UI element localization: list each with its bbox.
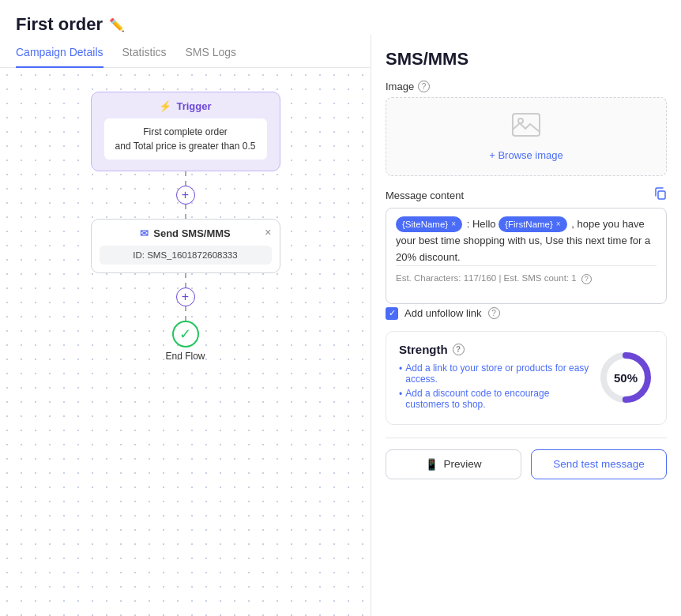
- trigger-header: ⚡ Trigger: [104, 100, 267, 112]
- page-title: First order: [16, 14, 103, 35]
- main-layout: Campaign Details Statistics SMS Logs ⚡ T…: [0, 35, 681, 616]
- connector-2: +: [176, 273, 195, 321]
- sms-envelope-icon: ✉: [140, 227, 149, 239]
- add-step-btn-1[interactable]: +: [176, 186, 195, 205]
- image-placeholder-icon: [511, 112, 541, 143]
- preview-button[interactable]: 📱 Preview: [386, 449, 521, 479]
- sms-block: × ✉ Send SMS/MMS ID: SMS_1601872608333: [91, 219, 280, 273]
- unfollow-help-icon[interactable]: ?: [488, 307, 500, 319]
- svg-rect-0: [513, 114, 540, 136]
- end-flow-circle: ✓: [172, 321, 199, 347]
- image-section-label: Image ?: [386, 81, 667, 92]
- site-name-tag[interactable]: {SiteName} ×: [396, 216, 462, 232]
- first-name-tag[interactable]: {FirstName} ×: [499, 216, 567, 232]
- sms-mms-title: SMS/MMS: [386, 49, 667, 69]
- trigger-block: ⚡ Trigger First complete order and Total…: [91, 92, 280, 171]
- unfollow-label: Add unfollow link: [404, 307, 482, 319]
- strength-help-icon[interactable]: ?: [453, 344, 465, 355]
- svg-rect-2: [658, 191, 665, 199]
- trigger-content: First complete order and Total price is …: [104, 118, 267, 160]
- tab-sms-logs[interactable]: SMS Logs: [186, 38, 237, 68]
- phone-icon: 📱: [425, 458, 438, 471]
- copy-icon[interactable]: [654, 187, 667, 203]
- tab-campaign-details[interactable]: Campaign Details: [16, 38, 103, 68]
- page-header: First order ✏️: [0, 0, 681, 35]
- first-name-tag-remove[interactable]: ×: [556, 218, 561, 231]
- strength-left: Strength ? Add a link to your store or p…: [399, 343, 590, 413]
- tab-statistics[interactable]: Statistics: [122, 38, 167, 68]
- dashed-line-4: [185, 306, 186, 321]
- dashed-line-1: [185, 171, 186, 186]
- end-flow: ✓ End Flow: [165, 321, 205, 362]
- est-help-icon[interactable]: ?: [581, 274, 592, 284]
- lightning-icon: ⚡: [159, 100, 171, 112]
- add-step-btn-2[interactable]: +: [176, 287, 195, 306]
- unfollow-row: ✓ Add unfollow link ?: [386, 307, 667, 320]
- site-name-tag-remove[interactable]: ×: [451, 218, 456, 231]
- unfollow-checkbox[interactable]: ✓: [386, 307, 398, 320]
- svg-point-1: [518, 118, 523, 123]
- connector-1: +: [176, 171, 195, 219]
- image-upload-box[interactable]: + Browse image: [386, 97, 667, 176]
- strength-donut: 50%: [598, 350, 653, 405]
- close-sms-button[interactable]: ×: [265, 226, 271, 239]
- tabs-container: Campaign Details Statistics SMS Logs: [0, 38, 371, 68]
- image-help-icon[interactable]: ?: [418, 81, 430, 92]
- end-flow-label: End Flow: [165, 351, 205, 362]
- strength-title: Strength ?: [399, 343, 590, 356]
- message-content-header: Message content: [386, 187, 667, 203]
- right-panel: SMS/MMS Image ? + Browse image Message c…: [371, 35, 681, 616]
- flow-canvas: ⚡ Trigger First complete order and Total…: [0, 68, 371, 616]
- sms-block-header: ✉ Send SMS/MMS: [92, 220, 280, 246]
- strength-percent: 50%: [614, 371, 638, 385]
- send-test-button[interactable]: Send test message: [531, 449, 667, 479]
- message-content-label: Message content: [386, 190, 464, 201]
- dashed-line-3: [185, 273, 186, 287]
- est-chars: Est. Characters: 117/160 | Est. SMS coun…: [396, 265, 657, 285]
- message-box[interactable]: {SiteName} × : Hello {FirstName} × , hop…: [386, 208, 667, 304]
- strength-card: Strength ? Add a link to your store or p…: [386, 331, 667, 425]
- dashed-line-2: [185, 205, 186, 219]
- edit-icon[interactable]: ✏️: [109, 17, 125, 32]
- sms-id-label: ID: SMS_1601872608333: [100, 246, 272, 265]
- strength-tip-2: Add a discount code to encourage custome…: [399, 388, 590, 410]
- bottom-actions: 📱 Preview Send test message: [386, 438, 667, 479]
- left-panel: Campaign Details Statistics SMS Logs ⚡ T…: [0, 35, 371, 616]
- browse-image-link[interactable]: + Browse image: [489, 149, 563, 161]
- strength-tip-1: Add a link to your store or products for…: [399, 362, 590, 385]
